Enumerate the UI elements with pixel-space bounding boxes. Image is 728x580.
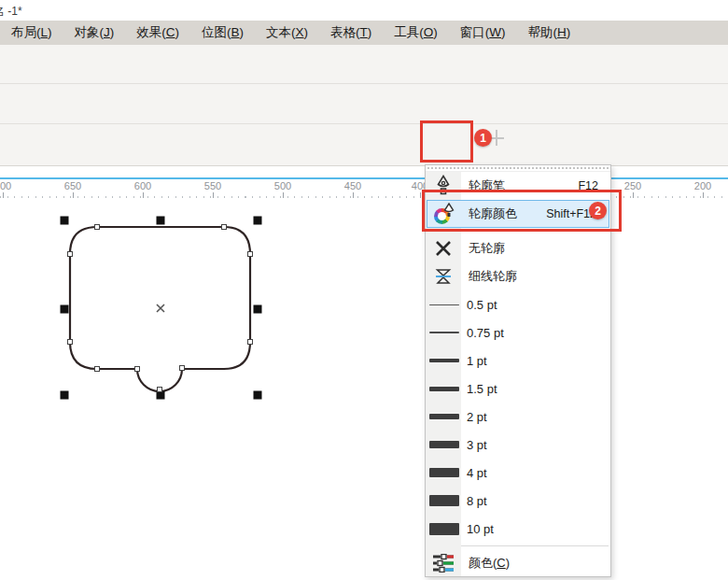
line-width-swatch — [429, 414, 459, 419]
menu-window[interactable]: 窗口(W) — [449, 21, 517, 45]
menu-separator — [461, 545, 609, 546]
menu-item-width-0-5pt[interactable]: 0.5 pt — [426, 290, 610, 318]
menu-object[interactable]: 对象(J) — [63, 21, 126, 45]
menu-item-color-label: 颜色(C) — [469, 555, 510, 572]
line-width-swatch — [429, 495, 459, 506]
annotation-box-1 — [420, 120, 473, 163]
menu-layout[interactable]: 布局(L) — [0, 21, 63, 45]
ruler-tick-major — [213, 192, 214, 198]
center-x-marker — [157, 304, 164, 312]
ruler-edge-line — [0, 177, 728, 179]
menu-item-width-8pt[interactable]: 8 pt — [426, 487, 610, 515]
ruler-tick-major — [73, 192, 74, 198]
ruler-tick-major — [283, 192, 284, 198]
toolbox: 字 — [0, 124, 728, 166]
annotation-badge-2: 2 — [589, 202, 607, 219]
flyout-grip-handle[interactable] — [426, 165, 610, 172]
ruler-tick-major — [703, 192, 704, 198]
ruler-label: 600 — [127, 180, 159, 191]
menu-bar: 布局(L) 对象(J) 效果(C) 位图(B) 文本(X) 表格(T) 工具(O… — [0, 21, 728, 45]
selected-shape[interactable] — [47, 205, 280, 416]
ruler-label: 500 — [267, 180, 299, 191]
menu-item-width-2pt[interactable]: 2 pt — [426, 403, 610, 431]
line-width-swatch — [429, 468, 459, 477]
line-width-swatch — [429, 304, 459, 305]
ruler-tick-major — [420, 192, 421, 198]
menu-item-no-outline[interactable]: 无轮廓 — [426, 234, 610, 262]
menu-table[interactable]: 表格(T) — [319, 21, 383, 45]
ruler-label: 200 — [687, 180, 719, 191]
line-width-swatch — [429, 441, 459, 448]
line-width-swatch — [429, 359, 459, 362]
ruler-label: 450 — [337, 180, 369, 191]
menu-item-width-10pt[interactable]: 10 pt — [426, 515, 610, 543]
document-title: 名 -1* — [0, 4, 22, 20]
menu-effects[interactable]: 效果(C) — [125, 21, 190, 45]
drawing-canvas[interactable] — [0, 202, 728, 580]
menu-item-width-1-5pt[interactable]: 1.5 pt — [426, 375, 610, 403]
ruler-label: 650 — [57, 180, 89, 191]
color-sliders-icon — [426, 554, 461, 573]
hairline-icon — [426, 268, 461, 285]
menu-tools[interactable]: 工具(O) — [383, 21, 449, 45]
app-window: 名 -1* 布局(L) 对象(J) 效果(C) 位图(B) 文本(X) 表格(T… — [0, 0, 728, 580]
menu-item-width-4pt[interactable]: 4 pt — [426, 459, 610, 487]
title-bar: 名 -1* — [0, 0, 728, 21]
ruler-label: 250 — [617, 180, 649, 191]
menu-bitmaps[interactable]: 位图(B) — [190, 21, 255, 45]
no-outline-icon — [426, 240, 461, 257]
ruler-tick-major — [353, 192, 354, 198]
menu-item-hairline[interactable]: 细线轮廓 — [426, 262, 610, 290]
menu-help[interactable]: 帮助(H) — [517, 21, 582, 45]
property-bar: % % — [0, 84, 728, 124]
annotation-badge-1: 1 — [474, 129, 492, 147]
ruler-label: 700 — [0, 180, 19, 191]
menu-text[interactable]: 文本(X) — [255, 21, 319, 45]
ruler-tick-major — [143, 192, 144, 198]
menu-item-color[interactable]: 颜色(C) — [426, 549, 610, 577]
menu-item-width-3pt[interactable]: 3 pt — [426, 431, 610, 459]
menu-item-width-0-75pt[interactable]: 0.75 pt — [426, 318, 610, 347]
ruler-label: 550 — [197, 180, 229, 191]
menu-item-width-1pt[interactable]: 1 pt — [426, 347, 610, 375]
standard-toolbar: PDF 40% — [0, 45, 728, 84]
ruler-tick-major — [633, 192, 634, 198]
ruler-tick-major — [3, 192, 4, 198]
line-width-swatch — [429, 387, 459, 391]
line-width-swatch — [429, 523, 459, 535]
line-width-swatch — [429, 332, 459, 333]
